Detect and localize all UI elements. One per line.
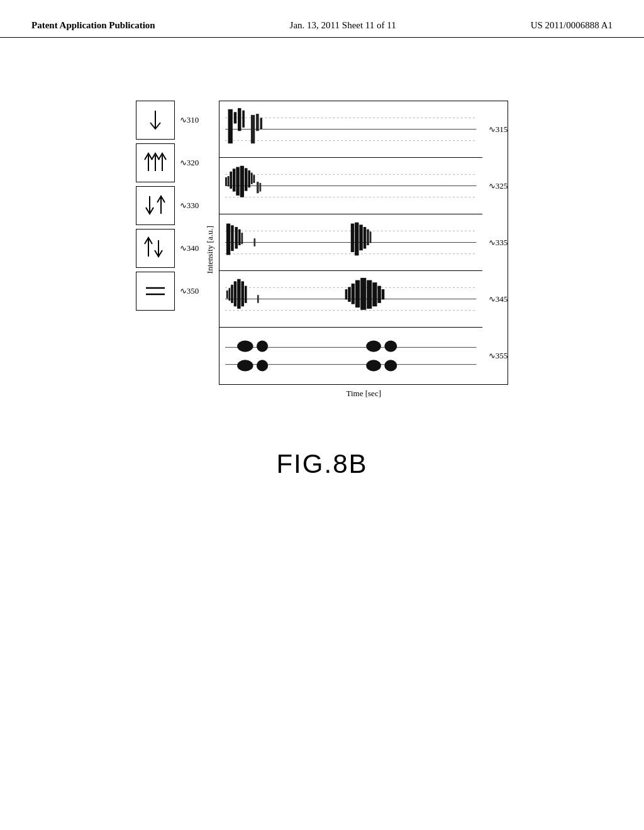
svg-point-73 (237, 340, 253, 351)
svg-rect-65 (360, 278, 366, 310)
svg-rect-63 (352, 284, 355, 304)
svg-rect-56 (231, 285, 233, 303)
icon-label-330: ∿330 (180, 201, 199, 211)
svg-rect-64 (355, 280, 360, 308)
svg-point-80 (385, 360, 397, 371)
icon-row-340: ∿340 (136, 229, 199, 268)
icon-row-330: ∿330 (136, 186, 199, 225)
svg-rect-41 (235, 227, 238, 248)
chart-svg-345 (219, 271, 482, 327)
chart-svg-315 (219, 101, 482, 157)
svg-point-76 (257, 360, 268, 371)
icon-box-310 (136, 101, 175, 140)
chart-row-325: ∿325 (219, 158, 508, 214)
icon-box-340 (136, 229, 175, 268)
icon-label-320: ∿320 (180, 158, 199, 168)
chart-row-315: ∿315 (219, 101, 508, 158)
icon-box-320 (136, 143, 175, 182)
svg-rect-28 (236, 167, 240, 196)
page-header: Patent Application Publication Jan. 13, … (0, 0, 644, 38)
svg-rect-35 (260, 183, 262, 192)
down-arrow-icon (143, 108, 168, 133)
svg-point-74 (257, 340, 268, 351)
chart-svg-355 (219, 328, 482, 384)
svg-rect-61 (345, 289, 348, 299)
svg-rect-42 (238, 230, 241, 245)
svg-point-78 (385, 340, 397, 351)
svg-rect-44 (351, 224, 354, 252)
svg-rect-18 (251, 115, 255, 143)
svg-rect-70 (257, 295, 259, 303)
icon-box-330 (136, 186, 175, 225)
svg-rect-25 (228, 176, 230, 186)
icons-column: ∿310 (136, 101, 199, 314)
icon-label-350: ∿350 (180, 286, 199, 296)
svg-point-77 (367, 340, 382, 351)
header-center-text: Jan. 13, 2011 Sheet 11 of 11 (290, 19, 396, 32)
svg-rect-47 (364, 227, 367, 248)
chart-label-325: ∿325 (489, 181, 508, 191)
icon-label-310: ∿310 (180, 115, 199, 125)
svg-rect-15 (234, 112, 237, 123)
svg-rect-68 (378, 286, 381, 303)
chart-label-335: ∿335 (489, 238, 508, 248)
svg-rect-26 (230, 172, 233, 189)
svg-rect-17 (243, 111, 245, 128)
svg-rect-66 (367, 280, 372, 309)
triple-up-arrow-icon (140, 146, 171, 180)
header-left-text: Patent Application Publication (31, 19, 155, 32)
svg-rect-46 (360, 224, 363, 250)
chart-355 (219, 328, 482, 384)
svg-rect-58 (237, 279, 240, 309)
figure-container: ∿310 (136, 101, 509, 399)
icon-row-350: ∿350 (136, 272, 199, 311)
svg-rect-62 (348, 287, 351, 302)
lines-icon (141, 277, 170, 306)
down-up-arrow-icon (140, 189, 171, 223)
svg-rect-45 (355, 223, 358, 256)
svg-rect-60 (245, 286, 247, 303)
x-axis-label: Time [sec] (219, 389, 508, 399)
charts-column: ∿315 (219, 101, 508, 385)
chart-label-315: ∿315 (489, 124, 508, 135)
chart-345 (219, 271, 482, 328)
svg-rect-39 (226, 224, 230, 255)
main-content: ∿310 (0, 38, 644, 504)
svg-point-79 (367, 360, 382, 371)
svg-rect-32 (251, 173, 253, 184)
icon-row-310: ∿310 (136, 101, 199, 140)
patent-number-label: US 2011/0006888 A1 (531, 20, 613, 30)
svg-rect-19 (256, 114, 259, 131)
svg-rect-14 (228, 109, 233, 143)
y-axis-label: Intensity [a.u.] (205, 226, 215, 274)
svg-rect-16 (238, 108, 241, 131)
svg-rect-33 (253, 175, 255, 183)
svg-rect-43 (242, 233, 243, 244)
svg-rect-48 (367, 230, 369, 245)
header-right-text: US 2011/0006888 A1 (531, 19, 613, 32)
svg-rect-24 (225, 177, 227, 186)
svg-rect-55 (229, 288, 231, 301)
chart-325 (219, 158, 482, 214)
charts-area: ∿315 (219, 101, 508, 399)
svg-rect-57 (234, 281, 237, 306)
icon-row-320: ∿320 (136, 143, 199, 182)
chart-315 (219, 101, 482, 158)
svg-rect-30 (245, 168, 248, 191)
figure-caption: FIG.8B (276, 449, 367, 479)
up-down-fork-icon (140, 231, 171, 266)
chart-row-355: ∿355 (219, 328, 508, 384)
icon-label-340: ∿340 (180, 243, 199, 253)
svg-rect-40 (231, 225, 234, 251)
svg-rect-49 (370, 231, 372, 243)
chart-label-355: ∿355 (489, 351, 508, 361)
publication-label: Patent Application Publication (31, 20, 155, 30)
svg-rect-27 (233, 169, 236, 191)
svg-point-75 (237, 360, 253, 371)
svg-rect-67 (372, 282, 377, 306)
icon-box-350 (136, 272, 175, 311)
chart-label-345: ∿345 (489, 294, 508, 304)
chart-svg-325 (219, 158, 482, 214)
svg-rect-31 (248, 170, 251, 187)
svg-rect-54 (226, 290, 228, 299)
